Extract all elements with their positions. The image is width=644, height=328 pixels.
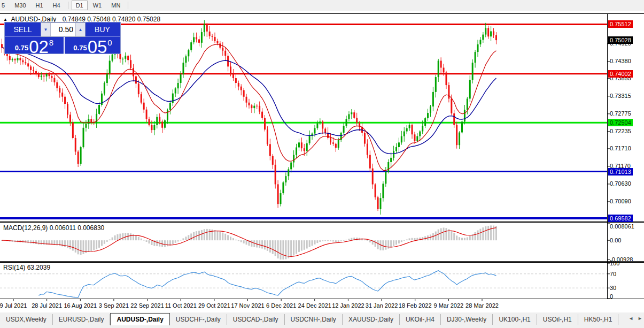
- date-axis-label: 22 Sep 2021: [130, 302, 164, 309]
- timeframe-button-w1[interactable]: W1: [89, 1, 106, 10]
- date-axis-label: 12 Jan 2022: [332, 302, 364, 309]
- buy-price-pips: 05: [88, 40, 107, 54]
- rsi-indicator-label: RSI(14) 63.2039: [3, 264, 50, 271]
- tab-usdx-weekly[interactable]: USDX,Weekly: [0, 314, 53, 325]
- buy-button[interactable]: BUY: [84, 22, 120, 36]
- buy-price-display[interactable]: 0.75 05 0: [65, 37, 121, 54]
- date-axis-label: 29 Oct 2021: [198, 302, 230, 309]
- price-tick-label: 0.70630: [610, 180, 631, 187]
- timeframe-button-mn[interactable]: MN: [107, 1, 125, 10]
- price-line-label: 0.74002: [608, 70, 633, 78]
- price-tick-label: 0.71710: [610, 145, 631, 151]
- price-line-label: 0.72504: [608, 119, 633, 126]
- date-axis-label: 9 Mar 2022: [434, 302, 464, 309]
- volume-up-button[interactable]: ▲: [76, 23, 85, 36]
- price-tick-label: 0.70090: [610, 198, 631, 204]
- arrow-up-icon: ▲: [79, 27, 83, 32]
- collapse-triangle-icon[interactable]: ▲: [3, 17, 7, 22]
- sell-button[interactable]: SELL: [5, 22, 41, 36]
- timeframe-button-d1[interactable]: D1: [72, 1, 88, 10]
- tab-scroll-right-icon[interactable]: ►: [638, 316, 642, 321]
- date-axis-label: 24 Dec 2021: [298, 302, 331, 309]
- price-tick-label: 0.72775: [610, 110, 631, 117]
- volume-input[interactable]: 0.50: [50, 23, 76, 36]
- price-line-label: 0.75512: [608, 20, 633, 28]
- date-axis-label: 6 Dec 2021: [266, 302, 296, 309]
- buy-price-prefix: 0.75: [73, 44, 87, 52]
- tab-scroll-buttons: ◄ ►: [629, 316, 642, 321]
- macd-scale-label: 0.00: [610, 237, 621, 243]
- date-axis-label: 28 Jul 2021: [32, 302, 62, 309]
- sell-price-point: 8: [49, 38, 53, 47]
- tab-uk100-h1[interactable]: UK100-,H1: [493, 314, 537, 325]
- macd-indicator-label: MACD(12,26,9) 0.006011 0.006830: [3, 224, 104, 232]
- tab-hk50-h1[interactable]: HK50-,H1: [578, 314, 619, 325]
- toolbar-separator: [68, 2, 68, 9]
- rsi-scale-label: 0: [610, 293, 613, 300]
- tab-usdcad-daily[interactable]: USDCAD-,Daily: [227, 314, 285, 325]
- sell-price-display[interactable]: 0.75 02 8: [5, 37, 64, 54]
- volume-down-button[interactable]: ▼: [41, 23, 50, 36]
- tab-usoil-h1[interactable]: USOil-,H1: [537, 314, 578, 325]
- timeframe-button-m30[interactable]: M30: [10, 1, 30, 10]
- sell-price-pips: 02: [29, 40, 49, 54]
- arrow-down-icon: ▼: [44, 27, 48, 32]
- price-line-label: 0.71013: [608, 168, 633, 176]
- current-price-label: 0.75028: [608, 36, 633, 44]
- date-axis-label: 3 Sep 2021: [99, 302, 129, 309]
- tab-dj30-weekly[interactable]: DJ30-,Weekly: [441, 314, 493, 325]
- symbol-tab-bar: USDX,WeeklyEURUSD-,DailyAUDUSD-,DailyUSD…: [0, 312, 644, 328]
- price-line-label: 0.69582: [608, 215, 633, 222]
- trading-platform-window: 5M30H1H4D1W1MN ▲ AUDUSD-,Daily 0.74849 0…: [0, 0, 644, 328]
- tab-eurusd-daily[interactable]: EURUSD-,Daily: [53, 314, 111, 325]
- tab-ukoil-h4[interactable]: UKOil-,H4: [400, 314, 441, 325]
- tab-scroll-left-icon[interactable]: ◄: [629, 316, 633, 321]
- tab-usdcnh-daily[interactable]: USDCNH-,Daily: [285, 314, 343, 325]
- toolbar-separator: [128, 2, 128, 9]
- one-click-trade-panel: SELL BUY ▼ 0.50 ▲ 0.75 02 8 0.75 05 0: [4, 22, 121, 54]
- volume-stepper: ▼ 0.50 ▲: [41, 22, 86, 37]
- timeframe-button-h4[interactable]: H4: [49, 1, 65, 10]
- timeframe-toolbar: 5M30H1H4D1W1MN: [0, 0, 644, 11]
- date-axis-label: 17 Nov 2021: [231, 302, 264, 309]
- tab-audusd-daily[interactable]: AUDUSD-,Daily: [110, 313, 169, 325]
- price-tick-label: 0.72235: [610, 128, 631, 134]
- macd-scale-label: 0.008061: [610, 223, 634, 230]
- date-axis-label: 16 Aug 2021: [64, 302, 97, 309]
- rsi-scale-label: 30: [610, 285, 616, 291]
- date-axis-label: 9 Jul 2021: [0, 302, 27, 309]
- price-tick-label: 0.74380: [610, 58, 631, 64]
- sell-price-prefix: 0.75: [15, 44, 28, 52]
- rsi-scale-label: 100: [610, 260, 619, 266]
- date-axis-label: 11 Oct 2021: [165, 302, 197, 309]
- date-axis-label: 18 Feb 2022: [399, 302, 432, 309]
- date-axis-label: 31 Jan 2022: [366, 302, 398, 309]
- date-axis-label: 28 Mar 2022: [465, 302, 499, 309]
- rsi-scale-label: 70: [610, 271, 616, 277]
- tab-usdchf-daily[interactable]: USDCHF-,Daily: [170, 314, 227, 325]
- buy-price-point: 0: [107, 38, 112, 47]
- price-tick-label: 0.73315: [610, 93, 631, 99]
- tab-xauusd-daily[interactable]: XAUUSD-,Daily: [343, 314, 400, 325]
- timeframe-button-h1[interactable]: H1: [32, 1, 48, 10]
- timeframe-button-5[interactable]: 5: [0, 1, 9, 10]
